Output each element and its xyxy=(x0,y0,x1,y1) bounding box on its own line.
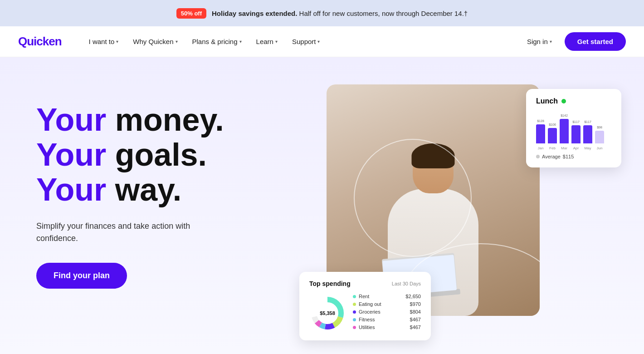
bar xyxy=(536,124,545,143)
nav-links: I want to ▾ Why Quicken ▾ Plans & pricin… xyxy=(83,34,522,49)
category-name: Eating out xyxy=(359,301,381,307)
category-dot xyxy=(353,303,356,306)
chart-month-label: May xyxy=(583,146,592,150)
lunch-card: Lunch $128$106$142$117$117$98 JanFebMarA… xyxy=(526,89,621,167)
bar-group: $98 xyxy=(595,126,604,143)
hero-headline: Your money. Your goals. Your way. xyxy=(36,103,290,207)
quicken-logo[interactable]: Quicken xyxy=(18,34,62,49)
hero-left-content: Your money. Your goals. Your way. Simpli… xyxy=(36,84,290,289)
donut-total: $5,358 xyxy=(320,310,335,316)
category-dot xyxy=(353,310,356,314)
hero-right-content: Lunch $128$106$142$117$117$98 JanFebMarA… xyxy=(290,84,617,354)
nav-item-learn[interactable]: Learn ▾ xyxy=(251,34,283,49)
get-started-button[interactable]: Get started xyxy=(565,32,626,51)
navbar: Quicken I want to ▾ Why Quicken ▾ Plans … xyxy=(0,26,644,57)
bar xyxy=(548,128,557,143)
bar xyxy=(560,119,569,143)
nav-item-plans-pricing[interactable]: Plans & pricing ▾ xyxy=(187,34,247,49)
headline-goals: goals. xyxy=(106,137,207,172)
discount-badge: 50% off xyxy=(176,8,206,19)
headline-your-1: Your xyxy=(36,102,106,138)
bar-group: $117 xyxy=(571,120,581,143)
nav-right: Sign in ▾ Get started xyxy=(522,32,626,51)
headline-your-3: Your xyxy=(36,172,106,207)
chart-month-label: Jan xyxy=(536,146,545,150)
headline-way: way. xyxy=(106,172,181,207)
category-dot xyxy=(353,326,356,329)
chart-month-label: Feb xyxy=(548,146,557,150)
chart-month-label: Apr xyxy=(571,146,581,150)
spending-card: Top spending Last 30 Days $5,358 xyxy=(299,272,431,340)
spending-row: Eating out$970 xyxy=(353,301,421,307)
bar-value: $98 xyxy=(597,126,602,129)
bar-group: $106 xyxy=(548,123,557,143)
headline-money: money. xyxy=(106,102,224,138)
spending-row: Groceries$804 xyxy=(353,309,421,315)
lunch-average: Average $115 xyxy=(536,154,611,159)
chart-month-label: Jun xyxy=(595,146,604,150)
lunch-status-dot xyxy=(561,99,566,103)
chart-x-labels: JanFebMarAprMayJun xyxy=(536,146,611,150)
spending-list: Rent$2,650Eating out$970Groceries$804Fit… xyxy=(353,294,421,332)
category-amount: $970 xyxy=(410,301,421,307)
chevron-down-icon: ▾ xyxy=(275,39,278,44)
nav-item-support[interactable]: Support ▾ xyxy=(287,34,326,49)
category-dot xyxy=(353,295,356,298)
average-dot xyxy=(536,155,540,158)
chevron-down-icon: ▾ xyxy=(317,39,320,44)
category-amount: $467 xyxy=(410,317,421,322)
nav-item-i-want-to[interactable]: I want to ▾ xyxy=(83,34,124,49)
spending-row: Fitness$467 xyxy=(353,317,421,322)
headline-your-2: Your xyxy=(36,137,106,172)
category-dot xyxy=(353,318,356,321)
bar-chart: $128$106$142$117$117$98 xyxy=(536,112,611,143)
chevron-down-icon: ▾ xyxy=(550,39,552,44)
spending-row: Utilities$467 xyxy=(353,324,421,330)
category-amount: $804 xyxy=(410,309,421,315)
chevron-down-icon: ▾ xyxy=(176,39,178,44)
bar-value: $106 xyxy=(549,123,556,126)
bar-value: $117 xyxy=(572,120,580,123)
spending-body: $5,358 Rent$2,650Eating out$970Groceries… xyxy=(309,294,421,332)
chevron-down-icon: ▾ xyxy=(239,39,242,44)
bar-group: $117 xyxy=(583,120,592,143)
spending-row: Rent$2,650 xyxy=(353,294,421,299)
bar-value: $117 xyxy=(584,120,591,123)
chevron-down-icon: ▾ xyxy=(116,39,118,44)
spending-header: Top spending Last 30 Days xyxy=(309,280,421,287)
spending-title: Top spending xyxy=(309,280,351,287)
bar xyxy=(583,125,592,143)
donut-chart: $5,358 xyxy=(309,295,346,331)
nav-item-why-quicken[interactable]: Why Quicken ▾ xyxy=(127,34,183,49)
category-name: Utilities xyxy=(359,324,375,330)
bar-value: $142 xyxy=(561,114,568,117)
bar-group: $128 xyxy=(536,119,545,143)
hero-section: Your money. Your goals. Your way. Simpli… xyxy=(0,57,644,354)
hero-subtext: Simplify your finances and take action w… xyxy=(36,220,209,245)
category-name: Fitness xyxy=(359,317,375,322)
lunch-card-title: Lunch xyxy=(536,97,558,105)
signin-button[interactable]: Sign in ▾ xyxy=(522,34,557,49)
find-plan-button[interactable]: Find your plan xyxy=(36,263,127,289)
category-amount: $2,650 xyxy=(405,294,421,299)
bar xyxy=(595,131,604,143)
bar-value: $128 xyxy=(537,119,544,123)
category-amount: $467 xyxy=(410,324,421,330)
chart-month-label: Mar xyxy=(560,146,569,150)
banner-text: Holiday savings extended. Half off for n… xyxy=(212,10,468,17)
category-name: Rent xyxy=(359,294,369,299)
bar xyxy=(571,125,581,143)
bar-group: $142 xyxy=(560,114,569,143)
spending-period: Last 30 Days xyxy=(392,281,421,286)
category-name: Groceries xyxy=(359,309,381,315)
circle-decoration-1 xyxy=(354,139,472,257)
promo-banner: 50% off Holiday savings extended. Half o… xyxy=(0,0,644,26)
